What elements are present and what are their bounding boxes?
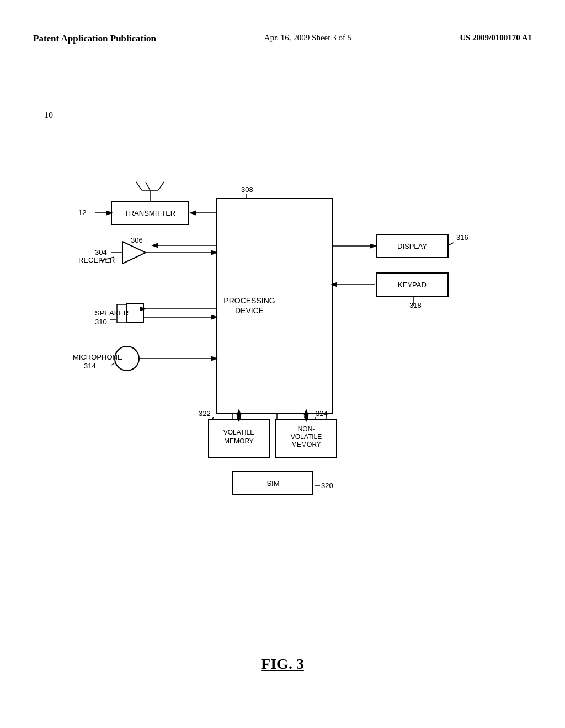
label-318: 318 <box>409 301 422 309</box>
figure-caption: FIG. 3 <box>0 655 565 673</box>
volatile-memory-label2: MEMORY <box>224 437 254 445</box>
svg-line-7 <box>146 182 150 190</box>
svg-line-6 <box>136 182 142 190</box>
volatile-memory-label1: VOLATILE <box>223 429 254 436</box>
transmitter-label: TRANSMITTER <box>125 209 175 217</box>
speaker-num: 310 <box>95 318 107 326</box>
svg-line-8 <box>158 182 164 190</box>
processing-device-label2: DEVICE <box>235 306 264 315</box>
keypad-label: KEYPAD <box>398 281 427 289</box>
speaker-label: SPEAKER <box>95 309 129 317</box>
svg-rect-0 <box>216 199 332 414</box>
header-right: US 2009/0100170 A1 <box>460 33 532 42</box>
non-volatile-label2: VOLATILE <box>291 433 322 441</box>
label-308: 308 <box>241 185 253 194</box>
label-322: 322 <box>199 409 211 417</box>
receiver-label: RECEIVER <box>78 256 115 264</box>
non-volatile-label1: NON- <box>298 425 315 433</box>
svg-rect-15 <box>127 303 143 323</box>
microphone-num: 314 <box>84 362 96 370</box>
page-header: Patent Application Publication Apr. 16, … <box>0 33 565 44</box>
microphone-label: MICROPHONE <box>73 353 122 361</box>
figure-diagram: PROCESSING DEVICE 308 TRANSMITTER 12 304 <box>44 154 521 529</box>
label-304: 304 <box>95 248 107 256</box>
svg-marker-11 <box>122 242 146 264</box>
non-volatile-label3: MEMORY <box>291 441 321 448</box>
label-320: 320 <box>321 481 333 490</box>
svg-line-24 <box>448 243 454 245</box>
header-center: Apr. 16, 2009 Sheet 3 of 5 <box>264 33 351 42</box>
sim-label: SIM <box>266 479 279 488</box>
display-label: DISPLAY <box>397 242 427 250</box>
label-316: 316 <box>456 233 468 242</box>
label-12: 12 <box>78 208 86 217</box>
header-left: Patent Application Publication <box>33 33 156 44</box>
svg-line-21 <box>111 363 115 365</box>
figure-label-10: 10 <box>44 110 53 120</box>
patent-page: Patent Application Publication Apr. 16, … <box>0 0 565 728</box>
processing-device-label: PROCESSING <box>223 296 275 305</box>
label-306: 306 <box>131 236 143 244</box>
